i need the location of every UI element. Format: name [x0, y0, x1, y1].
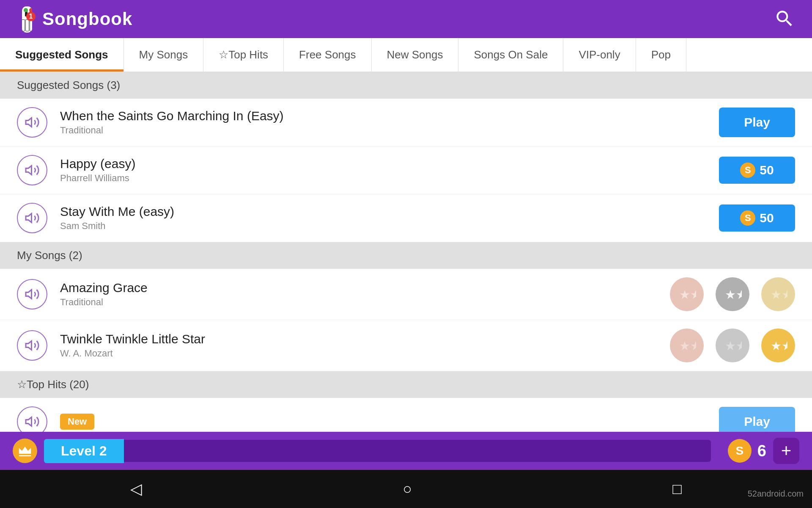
tab-pop[interactable]: Pop: [636, 38, 686, 72]
action-area: S 50: [719, 157, 795, 184]
svg-text:★★★: ★★★: [771, 287, 787, 301]
coin-icon: S: [740, 210, 755, 226]
song-title: When the Saints Go Marching In (Easy): [60, 109, 719, 123]
svg-marker-0: [26, 118, 32, 127]
preview-button[interactable]: [17, 155, 47, 185]
list-item: When the Saints Go Marching In (Easy) Tr…: [0, 99, 812, 146]
svg-text:★★★: ★★★: [771, 339, 787, 353]
svg-marker-7: [26, 341, 32, 350]
level-label: Level 2: [44, 439, 124, 463]
star-rating-area: ★★★ ★★★ ★★★: [665, 277, 795, 311]
svg-marker-1: [26, 166, 32, 175]
star-icon: ★★★: [769, 336, 787, 355]
top-bar: 1 Songbook: [0, 0, 812, 38]
preview-button[interactable]: [17, 279, 47, 309]
piano-logo-container: 1: [17, 9, 27, 29]
level-display: Level 2: [44, 439, 711, 463]
star-icon: ★★★: [678, 285, 696, 304]
song-title: Happy (easy): [60, 157, 719, 171]
level-progress-bar: [124, 440, 711, 462]
svg-marker-2: [26, 214, 32, 223]
star-icon: ★★★: [678, 336, 696, 355]
song-artist: W. A. Mozart: [60, 348, 665, 359]
song-info: Twinkle Twinkle Little Star W. A. Mozart: [60, 332, 665, 359]
list-item: Happy (easy) Pharrell Williams S 50: [0, 146, 812, 194]
song-info: Stay With Me (easy) Sam Smith: [60, 204, 719, 232]
coin-icon: S: [740, 163, 755, 178]
star-icon: ★★★: [769, 285, 787, 304]
new-badge: New: [60, 414, 94, 430]
preview-button[interactable]: [17, 107, 47, 138]
play-button[interactable]: Play: [719, 108, 795, 137]
star-icon: ★★★: [723, 336, 742, 355]
svg-text:★★★: ★★★: [725, 339, 742, 353]
add-coins-button[interactable]: +: [773, 438, 799, 464]
list-item: Twinkle Twinkle Little Star W. A. Mozart…: [0, 320, 812, 371]
speaker-icon: [25, 210, 40, 226]
tab-new-songs[interactable]: New Songs: [372, 38, 459, 72]
tab-top-hits[interactable]: ☆Top Hits: [203, 38, 284, 72]
star-rating-area: ★★★ ★★★ ★★★: [665, 329, 795, 362]
section-header-top-hits: ☆Top Hits (20): [0, 371, 812, 398]
speaker-icon: [25, 414, 40, 429]
gold-star-badge[interactable]: ★★★: [761, 329, 795, 362]
preview-button[interactable]: [17, 203, 47, 233]
coin-count: 6: [757, 442, 766, 460]
svg-marker-3: [26, 290, 32, 299]
search-button[interactable]: [774, 8, 795, 30]
nav-tabs: Suggested Songs My Songs ☆Top Hits Free …: [0, 38, 812, 72]
song-info: When the Saints Go Marching In (Easy) Tr…: [60, 109, 719, 136]
gold-star-badge[interactable]: ★★★: [761, 277, 795, 311]
song-artist: Traditional: [60, 297, 665, 308]
svg-marker-11: [26, 417, 32, 426]
bronze-star-badge[interactable]: ★★★: [670, 329, 704, 362]
coin-display: S 6: [728, 439, 766, 463]
speaker-icon: [25, 115, 40, 130]
bronze-star-badge[interactable]: ★★★: [670, 277, 704, 311]
coin-purchase-button[interactable]: S 50: [719, 204, 795, 232]
list-item: Stay With Me (easy) Sam Smith S 50: [0, 194, 812, 242]
speaker-icon: [25, 287, 40, 302]
android-nav-bar: ◁ ○ □ 52android.com: [0, 470, 812, 508]
song-info: New: [60, 414, 719, 430]
svg-text:★★★: ★★★: [679, 287, 696, 301]
song-title: Stay With Me (easy): [60, 204, 719, 219]
tab-free-songs[interactable]: Free Songs: [284, 38, 371, 72]
coin-icon-bottom: S: [728, 439, 752, 463]
action-area: Play: [719, 108, 795, 137]
section-header-my-songs: My Songs (2): [0, 242, 812, 269]
song-info: Happy (easy) Pharrell Williams: [60, 157, 719, 184]
app-logo-area: 1 Songbook: [17, 9, 132, 29]
silver-star-badge[interactable]: ★★★: [716, 329, 749, 362]
app-title: Songbook: [42, 9, 132, 29]
tab-suggested-songs[interactable]: Suggested Songs: [0, 38, 124, 72]
speaker-icon: [25, 338, 40, 353]
svg-text:★★★: ★★★: [679, 339, 696, 353]
song-title: Twinkle Twinkle Little Star: [60, 332, 665, 346]
back-button[interactable]: ◁: [130, 480, 142, 498]
silver-star-badge[interactable]: ★★★: [716, 277, 749, 311]
recents-button[interactable]: □: [672, 480, 682, 498]
song-title: Amazing Grace: [60, 281, 665, 295]
crown-svg: [18, 444, 32, 458]
bottom-bar: Level 2 S 6 +: [0, 432, 812, 470]
song-artist: Sam Smith: [60, 221, 719, 232]
svg-text:★★★: ★★★: [725, 287, 742, 301]
content-area: Suggested Songs (3) When the Saints Go M…: [0, 72, 812, 470]
star-icon: ★★★: [723, 285, 742, 304]
section-header-suggested: Suggested Songs (3): [0, 72, 812, 99]
tab-my-songs[interactable]: My Songs: [124, 38, 204, 72]
speaker-icon: [25, 163, 40, 178]
action-area: S 50: [719, 204, 795, 232]
crown-icon: [13, 439, 37, 463]
preview-button[interactable]: [17, 330, 47, 361]
tab-songs-on-sale[interactable]: Songs On Sale: [458, 38, 563, 72]
search-icon: [774, 8, 795, 29]
home-button[interactable]: ○: [403, 480, 412, 498]
notification-count: 1: [26, 12, 36, 21]
watermark: 52android.com: [748, 489, 804, 499]
tab-vip-only[interactable]: VIP-only: [563, 38, 636, 72]
list-item: Amazing Grace Traditional ★★★ ★★★ ★★★: [0, 269, 812, 320]
coin-purchase-button[interactable]: S 50: [719, 157, 795, 184]
song-info: Amazing Grace Traditional: [60, 281, 665, 308]
